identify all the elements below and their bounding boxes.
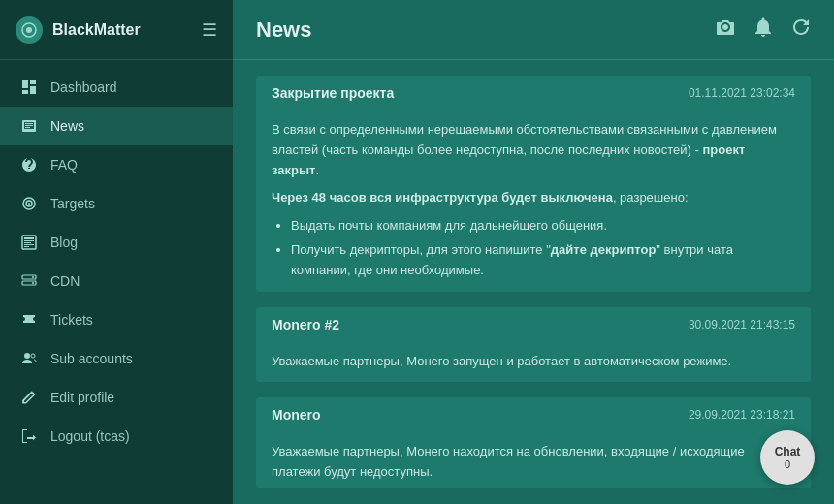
news-title-3: Monero [272, 407, 321, 423]
news-list: Закрытие проекта01.11.2021 23:02:34В свя… [233, 60, 834, 504]
news-body-1: В связи с определенными нерешаемыми обст… [256, 110, 811, 292]
news-label: News [50, 118, 84, 134]
news-body-text: В связи с определенными нерешаемыми обст… [272, 120, 795, 180]
sidebar-item-cdn[interactable]: CDN [0, 262, 233, 300]
news-card-3: Monero29.09.2021 23:18:21Уважаемые партн… [256, 397, 811, 488]
bell-icon[interactable] [754, 17, 772, 42]
dashboard-label: Dashboard [50, 79, 117, 95]
news-date-1: 01.11.2021 23:02:34 [689, 86, 795, 100]
camera-icon[interactable] [716, 19, 735, 40]
faq-label: FAQ [50, 157, 78, 173]
edit-profile-icon [19, 388, 39, 407]
logout-label: Logout (tcas) [50, 428, 130, 444]
news-date-3: 29.09.2021 23:18:21 [689, 408, 795, 422]
targets-icon [19, 194, 39, 213]
header-icons [716, 17, 811, 42]
news-card-1: Закрытие проекта01.11.2021 23:02:34В свя… [256, 76, 811, 292]
news-card-header-2: Monero #230.09.2021 21:43:15 [256, 307, 811, 342]
sidebar-item-blog[interactable]: Blog [0, 223, 233, 262]
sidebar-item-faq[interactable]: FAQ [0, 145, 233, 184]
sidebar-item-news[interactable]: News [0, 107, 233, 145]
blog-label: Blog [50, 235, 78, 250]
chat-count: 0 [785, 458, 790, 470]
app-logo [16, 16, 43, 44]
sidebar-item-dashboard[interactable]: Dashboard [0, 68, 233, 107]
svg-point-4 [28, 203, 30, 205]
news-icon [19, 116, 39, 136]
cdn-label: CDN [50, 273, 80, 289]
svg-point-1 [26, 27, 32, 33]
tickets-icon [19, 310, 39, 330]
sub-accounts-label: Sub accounts [50, 351, 133, 366]
refresh-icon[interactable] [791, 17, 811, 42]
sidebar-header: BlackMatter ☰ [0, 0, 233, 60]
faq-icon [19, 155, 39, 174]
sidebar-item-tickets[interactable]: Tickets [0, 300, 233, 339]
chat-button[interactable]: Chat 0 [760, 430, 815, 485]
cdn-icon [19, 271, 39, 291]
news-body-3: Уважаемые партнеры, Монего находится на … [256, 432, 811, 488]
main-header: News [233, 0, 834, 60]
logout-icon [19, 426, 39, 446]
sidebar: BlackMatter ☰ DashboardNewsFAQTargetsBlo… [0, 0, 233, 504]
tickets-label: Tickets [50, 312, 93, 328]
news-title-2: Monero #2 [272, 317, 339, 332]
news-title-1: Закрытие проекта [272, 85, 394, 101]
sidebar-item-logout[interactable]: Logout (tcas) [0, 417, 233, 456]
news-body-text: Уважаемые партнеры, Монего находится на … [272, 442, 795, 483]
dashboard-icon [19, 78, 39, 97]
svg-point-9 [32, 282, 34, 284]
main-content: News Закрытие проекта01.11.2021 23:02:34… [233, 0, 834, 504]
svg-point-11 [31, 354, 35, 358]
blog-icon [19, 233, 39, 252]
targets-label: Targets [50, 196, 95, 211]
news-body-2: Уважаемые партнеры, Монего запущен и раб… [256, 342, 811, 382]
menu-icon[interactable]: ☰ [202, 19, 217, 41]
news-body-text: Уважаемые партнеры, Монего запущен и раб… [272, 352, 795, 372]
app-title: BlackMatter [52, 21, 202, 39]
svg-point-10 [24, 353, 30, 359]
svg-point-8 [32, 276, 34, 278]
edit-profile-label: Edit profile [50, 390, 114, 405]
page-title: News [256, 17, 716, 43]
news-card-2: Monero #230.09.2021 21:43:15Уважаемые па… [256, 307, 811, 382]
sidebar-item-edit-profile[interactable]: Edit profile [0, 378, 233, 417]
news-card-header-3: Monero29.09.2021 23:18:21 [256, 397, 811, 432]
sidebar-nav: DashboardNewsFAQTargetsBlogCDNTicketsSub… [0, 60, 233, 504]
sidebar-item-sub-accounts[interactable]: Sub accounts [0, 339, 233, 378]
news-card-header-1: Закрытие проекта01.11.2021 23:02:34 [256, 76, 811, 110]
news-date-2: 30.09.2021 21:43:15 [689, 318, 795, 331]
sub-accounts-icon [19, 349, 39, 368]
sidebar-item-targets[interactable]: Targets [0, 184, 233, 223]
chat-label: Chat [775, 445, 801, 458]
